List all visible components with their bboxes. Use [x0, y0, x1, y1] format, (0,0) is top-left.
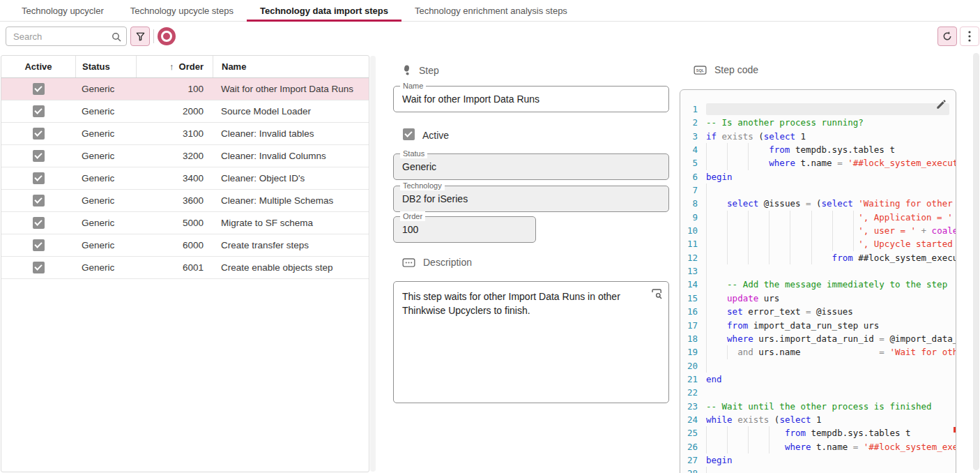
- tab-technology-enrichment-analysis-steps[interactable]: Technology enrichment analysis steps: [401, 0, 581, 21]
- table-row[interactable]: Generic2000Source Model Loader: [1, 100, 369, 123]
- line-number: 6: [684, 170, 698, 183]
- code-line: 23-- Wait until the other process is fin…: [680, 400, 956, 413]
- code-line: 22: [680, 386, 956, 399]
- column-header-name[interactable]: Name: [213, 56, 369, 77]
- table-row[interactable]: Generic6000Create transfer steps: [1, 234, 369, 257]
- indent-guides: [706, 143, 769, 156]
- code-token: exists: [733, 414, 774, 425]
- filter-icon: [135, 31, 146, 42]
- code-line: 18where urs.import_data_run_id = @import…: [680, 332, 956, 345]
- order-input[interactable]: [394, 217, 535, 242]
- column-header-active[interactable]: Active: [1, 56, 75, 77]
- step-section-title: Step: [419, 65, 439, 76]
- code-line: 4from tempdb.sys.tables t: [680, 143, 956, 156]
- order-field[interactable]: Order: [393, 216, 536, 243]
- code-token: from: [727, 320, 748, 331]
- cell-status: Generic: [75, 234, 136, 256]
- tab-technology-data-import-steps[interactable]: Technology data import steps: [247, 0, 401, 21]
- code-token: =: [879, 347, 885, 357]
- code-token: 'Waiting for other import data runs to f…: [858, 198, 956, 209]
- row-active-checkbox[interactable]: [33, 262, 45, 273]
- table-row[interactable]: Generic100Wait for other Import Data Run…: [1, 78, 369, 100]
- status-field[interactable]: Status: [393, 153, 669, 180]
- code-line-content: select @issues = (select 'Waiting for ot…: [706, 197, 956, 210]
- code-editor[interactable]: 12-- Is another process running?3if exis…: [680, 89, 956, 473]
- code-token: -- Add the message immediately to the st…: [727, 279, 947, 290]
- code-line-content: ', Application = ' + app_name(): [706, 211, 956, 224]
- record-button[interactable]: [158, 27, 176, 45]
- code-token: where: [727, 333, 753, 344]
- status-input[interactable]: [394, 154, 668, 179]
- table-row[interactable]: Generic3400Cleaner: Object ID's: [1, 167, 369, 190]
- description-textarea[interactable]: This step waits for other Import Data Ru…: [394, 282, 668, 403]
- row-active-checkbox[interactable]: [33, 239, 45, 251]
- code-line: 17from import_data_run_step urs: [680, 319, 956, 332]
- filter-button[interactable]: [130, 27, 150, 46]
- code-token: tempdb.sys.tables t: [806, 428, 911, 438]
- active-checkbox[interactable]: [403, 128, 415, 140]
- code-line: 15update urs: [680, 292, 956, 305]
- code-token: 1: [795, 131, 806, 142]
- ring-icon: [161, 31, 172, 42]
- code-token: and: [737, 347, 753, 357]
- row-active-checkbox[interactable]: [33, 83, 45, 95]
- tab-technology-upcycler[interactable]: Technology upcycler: [8, 0, 117, 21]
- table-row[interactable]: Generic5000Migrate to SF schema: [1, 212, 369, 234]
- table-row[interactable]: Generic3100Cleaner: Invalid tables: [1, 123, 369, 145]
- technology-field[interactable]: Technology: [393, 186, 669, 212]
- code-token: error_text: [743, 306, 806, 317]
- table-row[interactable]: Generic3600Cleaner: Multiple Schemas: [1, 190, 369, 212]
- indent-guides: [706, 319, 727, 332]
- code-line: 1: [680, 103, 956, 116]
- tab-technology-upcycle-steps[interactable]: Technology upcycle steps: [117, 0, 247, 21]
- code-line-content: [706, 183, 956, 197]
- refresh-icon: [942, 31, 953, 42]
- code-line: 9', Application = ' + app_name(): [680, 211, 956, 224]
- cell-status: Generic: [75, 100, 136, 122]
- technology-input[interactable]: [394, 186, 668, 211]
- edit-pencil-icon[interactable]: [935, 98, 947, 110]
- menu-button[interactable]: [960, 27, 979, 46]
- line-number: 5: [684, 156, 698, 170]
- cell-active: [1, 167, 75, 189]
- cell-active: [1, 234, 75, 256]
- description-field[interactable]: This step waits for other Import Data Ru…: [393, 281, 669, 403]
- code-token: urs.name: [753, 347, 880, 357]
- steps-table: Active Status ↑Order Name Generic100Wait…: [1, 55, 369, 472]
- step-code-section-title: Step code: [714, 64, 758, 75]
- cell-active: [1, 257, 75, 278]
- row-active-checkbox[interactable]: [33, 128, 45, 140]
- toolbar-divider: [153, 29, 154, 43]
- code-line-content: from tempdb.sys.tables t: [706, 426, 956, 440]
- row-active-checkbox[interactable]: [33, 105, 45, 117]
- search-input[interactable]: [6, 27, 126, 45]
- cell-active: [1, 100, 75, 122]
- code-line-content: -- Add the message immediately to the st…: [706, 278, 956, 291]
- detail-scrollbar[interactable]: [973, 53, 979, 470]
- table-scrollbar[interactable]: [370, 56, 376, 472]
- cell-name: Cleaner: Invalid tables: [213, 123, 369, 144]
- column-header-status[interactable]: Status: [75, 56, 136, 77]
- code-line-content: where t.name = '##lock_system_execute_im…: [706, 440, 956, 453]
- row-active-checkbox[interactable]: [33, 172, 45, 184]
- name-field[interactable]: Name: [393, 86, 669, 112]
- cell-active: [1, 123, 75, 144]
- code-lines: 12-- Is another process running?3if exis…: [680, 103, 956, 473]
- code-token: urs.import_data_run_id: [753, 333, 880, 344]
- table-row[interactable]: Generic3200Cleaner: Invalid Columns: [1, 145, 369, 167]
- row-active-checkbox[interactable]: [33, 217, 45, 229]
- column-header-order[interactable]: ↑Order: [136, 56, 213, 77]
- zoom-field-icon[interactable]: [651, 288, 662, 299]
- code-token: -- Wait until the other process is finis…: [706, 401, 932, 412]
- row-active-checkbox[interactable]: [33, 195, 45, 207]
- cell-active: [1, 212, 75, 234]
- code-token: ', Upcycle started = ': [858, 239, 956, 249]
- table-row[interactable]: Generic6001Create enable objects step: [1, 257, 369, 279]
- refresh-button[interactable]: [937, 27, 957, 46]
- name-input[interactable]: [394, 87, 668, 112]
- code-token: from: [785, 428, 806, 438]
- search-icon: [111, 31, 122, 45]
- cell-order: 3600: [136, 190, 213, 211]
- row-active-checkbox[interactable]: [33, 150, 45, 162]
- indent-guides: [706, 211, 858, 224]
